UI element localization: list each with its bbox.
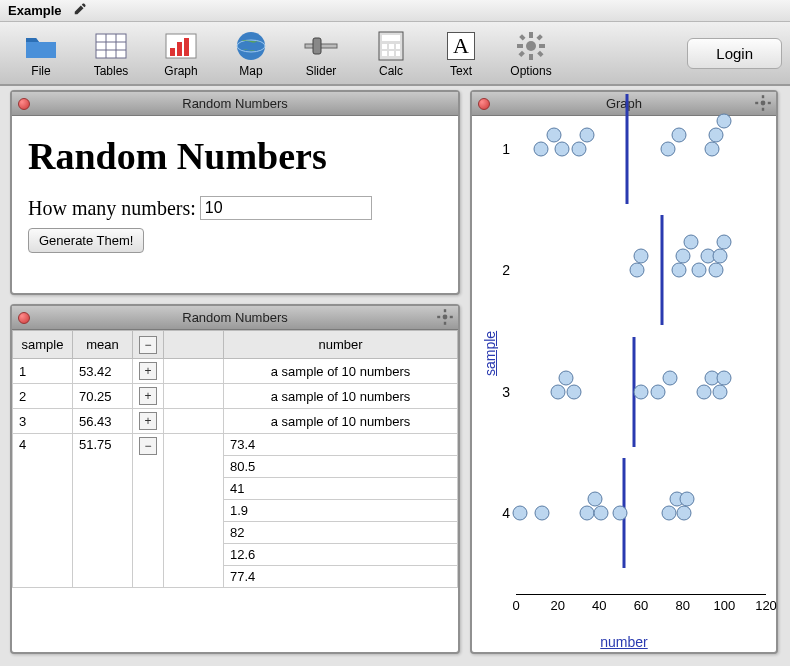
data-point[interactable] bbox=[588, 492, 603, 507]
toolbar-tables[interactable]: Tables bbox=[78, 28, 144, 78]
panel-table: Random Numbers sample mean − number 153.… bbox=[10, 304, 460, 654]
panel-graph: Graph sample number 0204060801001201234 bbox=[470, 90, 778, 654]
data-point[interactable] bbox=[692, 263, 707, 278]
svg-rect-39 bbox=[768, 102, 771, 104]
x-axis-label[interactable]: number bbox=[600, 634, 647, 650]
svg-point-30 bbox=[443, 315, 448, 320]
data-point[interactable] bbox=[512, 506, 527, 521]
cell-number: 82 bbox=[224, 522, 458, 544]
data-point[interactable] bbox=[671, 127, 686, 142]
x-tick: 80 bbox=[675, 594, 689, 613]
toolbar-label: Text bbox=[428, 64, 494, 78]
expand-row-icon[interactable]: + bbox=[139, 412, 157, 430]
data-point[interactable] bbox=[567, 384, 582, 399]
table-row[interactable]: 356.43+a sample of 10 numbers bbox=[13, 409, 458, 434]
collapse-row-icon[interactable]: − bbox=[139, 437, 157, 455]
data-point[interactable] bbox=[713, 384, 728, 399]
col-expand-header[interactable]: − bbox=[133, 331, 164, 359]
svg-rect-25 bbox=[539, 44, 545, 48]
data-point[interactable] bbox=[594, 506, 609, 521]
panel-titlebar[interactable]: Random Numbers bbox=[12, 92, 458, 116]
edit-title-icon[interactable] bbox=[73, 2, 87, 19]
cell-sample: 3 bbox=[13, 409, 73, 434]
toolbar-calc[interactable]: Calc bbox=[358, 28, 424, 78]
data-point[interactable] bbox=[579, 506, 594, 521]
gear-icon[interactable] bbox=[754, 94, 772, 115]
close-icon[interactable] bbox=[478, 98, 490, 110]
toolbar-slider[interactable]: Slider bbox=[288, 28, 354, 78]
data-point[interactable] bbox=[713, 249, 728, 264]
svg-point-35 bbox=[761, 101, 766, 106]
data-point[interactable] bbox=[579, 127, 594, 142]
cell-spacer bbox=[164, 359, 224, 384]
data-point[interactable] bbox=[671, 263, 686, 278]
generator-heading: Random Numbers bbox=[28, 134, 442, 178]
data-point[interactable] bbox=[634, 384, 649, 399]
col-mean-header[interactable]: mean bbox=[73, 331, 133, 359]
panel-titlebar[interactable]: Random Numbers bbox=[12, 306, 458, 330]
col-spacer-header bbox=[164, 331, 224, 359]
plot-area[interactable]: 0204060801001201234 bbox=[516, 126, 766, 612]
data-point[interactable] bbox=[709, 127, 724, 142]
data-point[interactable] bbox=[717, 370, 732, 385]
expand-row-icon[interactable]: + bbox=[139, 387, 157, 405]
col-number-header[interactable]: number bbox=[224, 331, 458, 359]
gear-icon bbox=[498, 28, 564, 64]
mean-line bbox=[661, 215, 664, 325]
data-point[interactable] bbox=[709, 263, 724, 278]
data-point[interactable] bbox=[717, 113, 732, 128]
table-row[interactable]: 153.42+a sample of 10 numbers bbox=[13, 359, 458, 384]
svg-point-9 bbox=[237, 32, 265, 60]
mean-line bbox=[626, 94, 629, 204]
gear-icon[interactable] bbox=[436, 308, 454, 329]
data-point[interactable] bbox=[717, 235, 732, 250]
close-icon[interactable] bbox=[18, 312, 30, 324]
table-row[interactable]: 270.25+a sample of 10 numbers bbox=[13, 384, 458, 409]
toolbar-map[interactable]: Map bbox=[218, 28, 284, 78]
close-icon[interactable] bbox=[18, 98, 30, 110]
toolbar-options[interactable]: Options bbox=[498, 28, 564, 78]
svg-rect-33 bbox=[437, 316, 440, 318]
toolbar-graph[interactable]: Graph bbox=[148, 28, 214, 78]
table-row[interactable]: 451.75−73.4 bbox=[13, 434, 458, 456]
expand-row-icon[interactable]: + bbox=[139, 362, 157, 380]
data-point[interactable] bbox=[613, 506, 628, 521]
toolbar-file[interactable]: File bbox=[8, 28, 74, 78]
cell-summary: a sample of 10 numbers bbox=[224, 384, 458, 409]
cell-mean: 53.42 bbox=[73, 359, 133, 384]
data-point[interactable] bbox=[675, 249, 690, 264]
data-point[interactable] bbox=[679, 492, 694, 507]
data-point[interactable] bbox=[571, 141, 586, 156]
data-point[interactable] bbox=[554, 141, 569, 156]
data-point[interactable] bbox=[650, 384, 665, 399]
panel-titlebar[interactable]: Graph bbox=[472, 92, 776, 116]
data-point[interactable] bbox=[663, 370, 678, 385]
toolbar-label: Calc bbox=[358, 64, 424, 78]
data-point[interactable] bbox=[661, 141, 676, 156]
cell-number: 80.5 bbox=[224, 456, 458, 478]
svg-rect-19 bbox=[389, 51, 394, 56]
data-point[interactable] bbox=[559, 370, 574, 385]
data-point[interactable] bbox=[661, 506, 676, 521]
data-point[interactable] bbox=[546, 127, 561, 142]
data-point[interactable] bbox=[634, 249, 649, 264]
data-point[interactable] bbox=[704, 141, 719, 156]
x-tick: 100 bbox=[713, 594, 735, 613]
col-sample-header[interactable]: sample bbox=[13, 331, 73, 359]
login-button[interactable]: Login bbox=[687, 38, 782, 69]
data-point[interactable] bbox=[629, 263, 644, 278]
data-point[interactable] bbox=[684, 235, 699, 250]
collapse-all-icon[interactable]: − bbox=[139, 336, 157, 354]
how-many-input[interactable] bbox=[200, 196, 372, 220]
data-point[interactable] bbox=[534, 141, 549, 156]
folder-icon bbox=[8, 28, 74, 64]
svg-point-21 bbox=[526, 41, 536, 51]
generate-button[interactable]: Generate Them! bbox=[28, 228, 144, 253]
data-point[interactable] bbox=[535, 506, 550, 521]
toolbar-text[interactable]: A Text bbox=[428, 28, 494, 78]
data-point[interactable] bbox=[676, 506, 691, 521]
y-axis-label[interactable]: sample bbox=[482, 331, 498, 376]
data-point[interactable] bbox=[550, 384, 565, 399]
cell-sample: 2 bbox=[13, 384, 73, 409]
data-point[interactable] bbox=[696, 384, 711, 399]
